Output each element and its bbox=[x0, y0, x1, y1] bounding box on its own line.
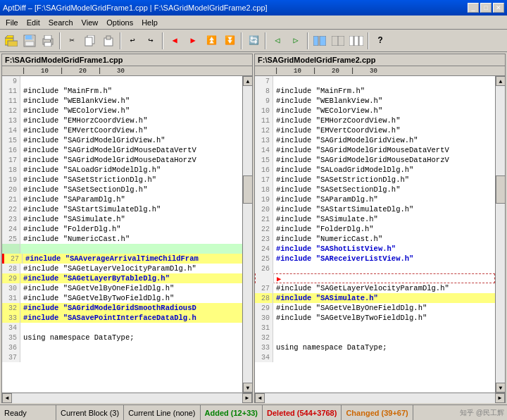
table-row: 28 #include "SAGetLayerVelocityParamDlg.… bbox=[2, 264, 242, 273]
table-row: 28 #include "SASimulate.h" bbox=[255, 293, 495, 303]
svg-rect-14 bbox=[106, 36, 111, 39]
menu-bar: File Edit Search View Options Help bbox=[0, 16, 507, 30]
tb-first-diff-button[interactable]: ⏫ bbox=[203, 32, 220, 49]
table-row: 8 #include "MainFrm.h" bbox=[255, 86, 495, 96]
table-row: 31 bbox=[255, 323, 495, 333]
tb-copy-button[interactable] bbox=[82, 32, 99, 49]
tb-prev-diff-button[interactable]: ◀ bbox=[166, 32, 183, 49]
tb-redo-button[interactable]: ↪ bbox=[142, 32, 159, 49]
minimize-button[interactable]: _ bbox=[468, 3, 479, 13]
table-row: 22 #include "FolderDlg.h" bbox=[255, 224, 495, 234]
right-ruler: | 10 | 20 | 30 bbox=[255, 66, 505, 76]
svg-rect-8 bbox=[44, 35, 51, 39]
table-row bbox=[2, 244, 242, 254]
tb-view3-button[interactable] bbox=[348, 32, 365, 49]
left-ruler: | 10 | 20 | 30 bbox=[2, 66, 252, 76]
menu-edit[interactable]: Edit bbox=[23, 17, 44, 28]
main-area: F:\SAGridModelGridFrame1.cpp | 10 | 20 |… bbox=[0, 52, 507, 404]
table-row: 29 #include "SAGetVelByOneFieldDlg.h" bbox=[255, 303, 495, 313]
left-hscrollbar[interactable]: ◀ ▶ bbox=[2, 393, 252, 402]
table-row: 23 #include "SASimulate.h" bbox=[2, 214, 242, 224]
toolbar: ✂ ↩ ↪ ◀ ▶ ⏫ ⏬ 🔄 ◁ ▷ ? bbox=[0, 30, 507, 52]
table-row: 9 bbox=[2, 76, 242, 86]
left-code-area[interactable]: 9 11 #include "MainFrm.h" 11 #include "W… bbox=[2, 76, 252, 393]
toolbar-sep-6 bbox=[307, 32, 308, 49]
maximize-button[interactable]: □ bbox=[480, 3, 492, 13]
tb-next-diff-button[interactable]: ▶ bbox=[184, 32, 201, 49]
table-row: 36 bbox=[2, 342, 242, 352]
table-row: 9 #include "WEBlankView.h" bbox=[255, 96, 495, 106]
right-panel-header: F:\SAGridModelGridFrame2.cpp bbox=[255, 54, 505, 66]
left-scrollbar[interactable]: ▲ ▼ bbox=[242, 76, 252, 393]
table-row: 27 #include "SAGetLayerVelocityParamDlg.… bbox=[255, 283, 495, 293]
menu-view[interactable]: View bbox=[77, 17, 103, 28]
table-row: 23 #include "NumericCast.h" bbox=[255, 234, 495, 244]
tb-help-button[interactable]: ? bbox=[372, 32, 389, 49]
table-row: 37 bbox=[2, 352, 242, 362]
toolbar-sep-7 bbox=[368, 32, 369, 49]
table-row: 16 #include "SALoadGridModelDlg.h" bbox=[255, 165, 495, 175]
tb-last-diff-button[interactable]: ⏬ bbox=[221, 32, 238, 49]
table-row: 13 #include "EMHorzCoordView.h" bbox=[2, 116, 242, 125]
table-row: 34 bbox=[2, 323, 242, 333]
table-row: 20 #include "SASetSectionDlg.h" bbox=[2, 185, 242, 194]
right-code-scroll[interactable]: 7 8 #include "MainFrm.h" 9 #include "WEB… bbox=[255, 76, 495, 393]
status-added: Added (12+33) bbox=[201, 405, 263, 420]
table-row: 18 #include "SASetSectionDlg.h" bbox=[255, 185, 495, 194]
tb-cut-button[interactable]: ✂ bbox=[63, 32, 80, 49]
table-row: 22 #include "SAStartSimulateDlg.h" bbox=[2, 204, 242, 214]
right-scrollbar[interactable]: ▲ ▼ bbox=[495, 76, 505, 393]
menu-options[interactable]: Options bbox=[102, 17, 137, 28]
right-code-area[interactable]: 7 8 #include "MainFrm.h" 9 #include "WEB… bbox=[255, 76, 505, 393]
table-row: 11 #include "WEBlankView.h" bbox=[2, 96, 242, 106]
table-row: 17 #include "SASetStrictionDlg.h" bbox=[255, 175, 495, 185]
menu-search[interactable]: Search bbox=[44, 17, 77, 28]
table-row: 33 #include "SASavePointInterfaceDataDlg… bbox=[2, 313, 242, 323]
table-row: 35 using namespace DataType; bbox=[2, 333, 242, 342]
table-row: 19 #include "SASetStrictionDlg.h" bbox=[2, 175, 242, 185]
table-row: 29 #include "SAGetLayerByTableDlg.h" bbox=[2, 273, 242, 283]
table-row: 21 #include "SAParamDlg.h" bbox=[2, 194, 242, 204]
table-row: 14 #include "SAGridModelGridMouseDataVer… bbox=[255, 145, 495, 155]
window-controls[interactable]: _ □ ✕ bbox=[468, 3, 504, 13]
table-row: 19 #include "SAParamDlg.h" bbox=[255, 194, 495, 204]
left-panel: F:\SAGridModelGridFrame1.cpp | 10 | 20 |… bbox=[1, 54, 253, 403]
svg-rect-2 bbox=[8, 41, 18, 47]
tb-paste-button[interactable] bbox=[100, 32, 117, 49]
svg-rect-5 bbox=[32, 35, 34, 39]
table-row: 18 #include "SALoadGridModelDlg.h" bbox=[2, 165, 242, 175]
tb-view1-button[interactable] bbox=[311, 32, 328, 49]
status-bar: Ready Current Block (3) Current Line (no… bbox=[0, 404, 507, 420]
table-row: 25 #include "SAReceiverListView.h" bbox=[255, 254, 495, 264]
svg-rect-19 bbox=[349, 36, 353, 46]
left-code-scroll[interactable]: 9 11 #include "MainFrm.h" 11 #include "W… bbox=[2, 76, 242, 393]
tb-save-button[interactable] bbox=[21, 32, 38, 49]
diff-arrow-row: ▶ bbox=[255, 273, 495, 283]
table-row: 27 #include "SAAverageArrivalTimeChildFr… bbox=[2, 254, 242, 264]
tb-print-button[interactable] bbox=[39, 32, 56, 49]
table-row: 21 #include "SASimulate.h" bbox=[255, 214, 495, 224]
menu-file[interactable]: File bbox=[1, 17, 23, 28]
menu-help[interactable]: Help bbox=[137, 17, 162, 28]
watermark: 知乎 @民工辉 bbox=[460, 408, 504, 418]
tb-copy-left-button[interactable]: ◁ bbox=[269, 32, 286, 49]
tb-copy-right-button[interactable]: ▷ bbox=[287, 32, 304, 49]
tb-refresh-button[interactable]: 🔄 bbox=[245, 32, 262, 49]
close-button[interactable]: ✕ bbox=[493, 3, 504, 13]
right-panel: F:\SAGridModelGridFrame2.cpp | 10 | 20 |… bbox=[254, 54, 506, 403]
title-bar: AptDiff – [F:\SAGridModelGridFrame1.cpp … bbox=[0, 0, 507, 16]
table-row: 30 #include "SAGetVelByTwoFieldDlg.h" bbox=[255, 313, 495, 323]
tb-open-button[interactable] bbox=[3, 32, 20, 49]
right-hscrollbar[interactable]: ◀ ▶ bbox=[255, 393, 505, 402]
status-ready: Ready bbox=[0, 405, 56, 420]
table-row: 7 bbox=[255, 76, 495, 86]
status-current-block: Current Block (3) bbox=[56, 405, 124, 420]
svg-rect-15 bbox=[313, 36, 318, 46]
status-current-line: Current Line (none) bbox=[124, 405, 200, 420]
table-row: 33 using namespace DataType; bbox=[255, 342, 495, 352]
tb-view2-button[interactable] bbox=[330, 32, 346, 49]
table-row: 25 #include "NumericCast.h" bbox=[2, 234, 242, 244]
table-row: 12 #include "WEColorView.h" bbox=[2, 106, 242, 116]
tb-undo-button[interactable]: ↩ bbox=[124, 32, 141, 49]
svg-rect-4 bbox=[25, 35, 32, 39]
